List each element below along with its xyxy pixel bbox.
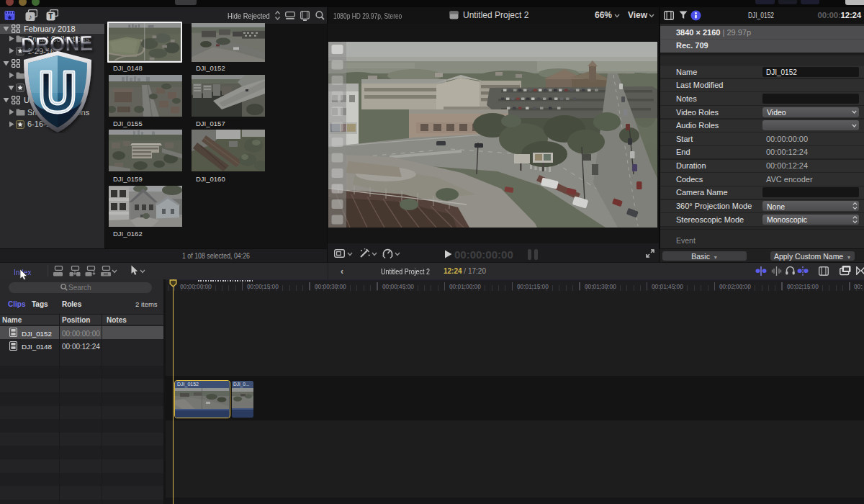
svg-text:♪: ♪: [29, 13, 32, 21]
svg-text:T: T: [48, 12, 53, 20]
